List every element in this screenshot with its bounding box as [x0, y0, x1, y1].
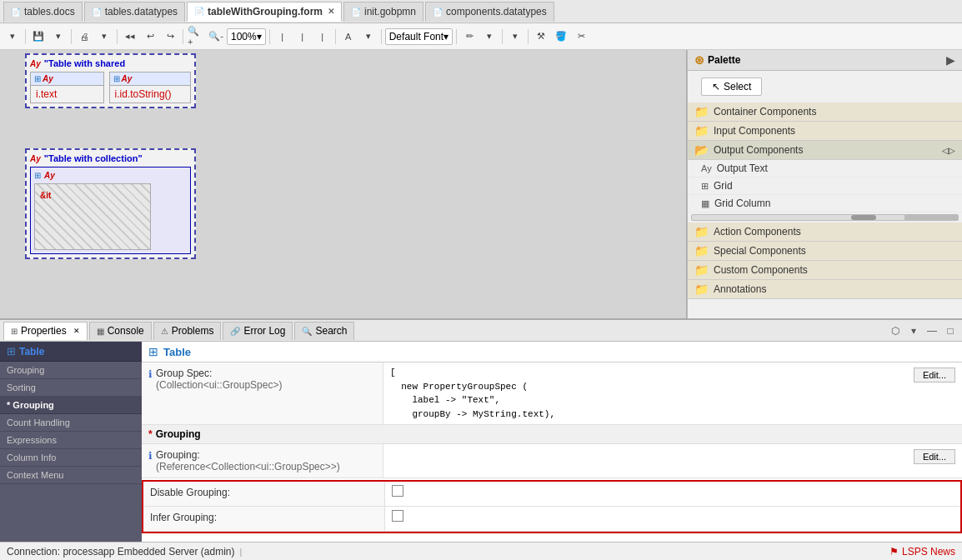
- sidebar-item-column-info[interactable]: Column Info: [0, 449, 142, 467]
- toolbar-sep-4: [183, 29, 183, 44]
- output-collapse-icon: ◁▷: [942, 146, 955, 155]
- toolbar-zoom-level[interactable]: 100% ▾: [227, 28, 266, 45]
- canvas-area[interactable]: Ay "Table with shared ⊞ Ay i.text: [0, 50, 687, 318]
- toolbar-style-btn[interactable]: ✏: [460, 28, 478, 46]
- table-title-bar: ⊞ Table: [142, 342, 962, 362]
- toolbar-line-btn[interactable]: |: [273, 28, 292, 46]
- widget2-title: "Table with collection": [44, 153, 143, 163]
- palette-item-output-text[interactable]: Ay Output Text: [688, 160, 962, 178]
- grouping-edit-btn[interactable]: Edit...: [914, 449, 955, 464]
- toolbar-nav-prev[interactable]: ◂◂: [121, 28, 139, 46]
- tab-icon-init-gobpmn: 📄: [351, 8, 361, 17]
- toolbar-zoom-out-btn[interactable]: 🔍-: [207, 28, 225, 46]
- disable-grouping-label: Disable Grouping:: [150, 487, 230, 498]
- widget1-col1-label: i.text: [31, 86, 103, 102]
- tab-search[interactable]: 🔍 Search: [294, 322, 354, 340]
- tab-error-log[interactable]: 🔗 Error Log: [223, 322, 293, 340]
- error-log-tab-icon: 🔗: [230, 327, 240, 336]
- widget-table-shared[interactable]: Ay "Table with shared ⊞ Ay i.text: [25, 53, 196, 108]
- disable-grouping-checkbox[interactable]: [392, 485, 403, 497]
- toolbar-save-btn[interactable]: 💾: [29, 28, 48, 46]
- output-text-icon: Ay: [701, 163, 712, 173]
- main-area: Ay "Table with shared ⊞ Ay i.text: [0, 50, 962, 318]
- palette-section-annotations-label: Annotations: [714, 283, 766, 295]
- props-action-min[interactable]: ▾: [905, 322, 922, 339]
- problems-tab-icon: ⚠: [161, 327, 168, 336]
- toolbar: ▾ 💾 ▾ 🖨 ▾ ◂◂ ↩ ↪ 🔍+ 🔍- 100% ▾ | | | A ▾ …: [0, 23, 962, 50]
- properties-tab-label: Properties: [21, 325, 67, 337]
- palette-item-grid[interactable]: ⊞ Grid: [688, 178, 962, 195]
- palette-section-custom[interactable]: 📁 Custom Components: [688, 261, 962, 280]
- palette-section-input[interactable]: 📁 Input Components: [688, 122, 962, 141]
- zoom-dropdown-icon: ▾: [257, 31, 262, 42]
- palette-item-grid-column[interactable]: ▦ Grid Column: [688, 195, 962, 212]
- palette-section-container[interactable]: 📁 Container Components: [688, 102, 962, 122]
- props-action-minimize[interactable]: —: [924, 322, 940, 339]
- palette-panel: ⊛ Palette ▶ ↖ Select 📁 Container Compone…: [687, 50, 962, 318]
- toolbar-print-dropdown[interactable]: ▾: [95, 28, 113, 46]
- sidebar-item-grouping-1[interactable]: Grouping: [0, 362, 142, 379]
- widget2-inner-label: &it: [40, 191, 51, 200]
- status-bar: Connection: processapp Embedded Server (…: [0, 542, 962, 560]
- toolbar-print-btn[interactable]: 🖨: [75, 28, 93, 46]
- zoom-level-text: 100%: [231, 31, 257, 42]
- props-action-external[interactable]: ⬡: [887, 322, 904, 339]
- palette-select-label: Select: [724, 81, 751, 92]
- palette-scrollbar-track[interactable]: [691, 214, 959, 221]
- group-spec-label-col: ℹ Group Spec: (Collection<ui::GroupSpec>…: [142, 362, 383, 424]
- toolbar-style-dropdown[interactable]: ▾: [480, 28, 499, 46]
- palette-section-special[interactable]: 📁 Special Components: [688, 242, 962, 261]
- palette-scrollbar-thumb[interactable]: [851, 215, 876, 220]
- palette-section-action[interactable]: 📁 Action Components: [688, 222, 962, 242]
- sidebar-item-sorting[interactable]: Sorting: [0, 379, 142, 397]
- toolbar-font-up-btn[interactable]: A: [339, 28, 358, 46]
- toolbar-zoom-in-btn[interactable]: 🔍+: [187, 28, 205, 46]
- group-spec-edit-btn[interactable]: Edit...: [914, 368, 955, 382]
- tab-tableWithGrouping-form[interactable]: 📄 tableWithGrouping.form ✕: [187, 2, 342, 22]
- widget-table-collection[interactable]: Ay "Table with collection" ⊞ Ay &it: [25, 148, 196, 259]
- palette-section-output[interactable]: 📂 Output Components ◁▷: [688, 141, 962, 160]
- palette-expand-icon[interactable]: ▶: [946, 53, 955, 67]
- palette-select-btn[interactable]: ↖ Select: [701, 78, 762, 96]
- tab-components-datatypes[interactable]: 📄 components.datatypes: [425, 2, 554, 22]
- props-row-infer-grouping: Infer Grouping:: [143, 507, 960, 532]
- props-sidebar-table-title: ⊞ Table: [7, 345, 135, 358]
- sidebar-item-context-menu[interactable]: Context Menu: [0, 467, 142, 484]
- toolbar-undo-btn[interactable]: ↩: [141, 28, 159, 46]
- folder-icon-container: 📁: [694, 105, 709, 118]
- toolbar-redo-btn[interactable]: ↪: [161, 28, 179, 46]
- tab-init-gobpmn[interactable]: 📄 init.gobpmn: [343, 2, 423, 22]
- toolbar-tool1-btn[interactable]: ⚒: [532, 28, 550, 46]
- toolbar-pipe-btn[interactable]: |: [293, 28, 312, 46]
- toolbar-font-selector[interactable]: Default Font ▾: [385, 28, 453, 45]
- palette-title-icon: ⊛: [694, 53, 704, 67]
- tab-problems[interactable]: ⚠ Problems: [153, 322, 222, 340]
- toolbar-save-dropdown[interactable]: ▾: [49, 28, 68, 46]
- toolbar-tool2-btn[interactable]: 🪣: [552, 28, 570, 46]
- widget1-ay-label: Ay: [30, 59, 41, 68]
- sidebar-item-expressions[interactable]: Expressions: [0, 432, 142, 449]
- toolbar-pipe2-btn[interactable]: |: [313, 28, 332, 46]
- toolbar-color-btn[interactable]: ▾: [506, 28, 524, 46]
- tab-properties[interactable]: ⊞ Properties ✕: [3, 322, 88, 340]
- props-action-maximize[interactable]: □: [942, 322, 959, 339]
- toolbar-font-down-btn[interactable]: ▾: [359, 28, 378, 46]
- toolbar-tool3-btn[interactable]: ✂: [572, 28, 590, 46]
- properties-section: ⊞ Properties ✕ ▦ Console ⚠ Problems 🔗 Er…: [0, 318, 962, 542]
- tab-console[interactable]: ▦ Console: [89, 322, 152, 340]
- sidebar-item-grouping-2[interactable]: * Grouping: [0, 397, 142, 414]
- palette-title-text: Palette: [708, 54, 740, 66]
- properties-close-icon[interactable]: ✕: [73, 327, 80, 335]
- tab-close-tableWithGrouping-form[interactable]: ✕: [328, 7, 334, 16]
- tab-tables-datatypes[interactable]: 📄 tables.datatypes: [84, 2, 185, 22]
- toolbar-menu-btn[interactable]: ▾: [3, 28, 22, 46]
- font-dropdown-icon: ▾: [443, 31, 448, 42]
- tab-tables-docs[interactable]: 📄 tables.docs: [3, 2, 83, 22]
- tab-icon-components-datatypes: 📄: [433, 8, 443, 17]
- props-sidebar: ⊞ Table Grouping Sorting * Grouping Coun…: [0, 342, 142, 542]
- folder-icon-input: 📁: [694, 124, 709, 138]
- palette-section-annotations[interactable]: 📁 Annotations: [688, 280, 962, 299]
- sidebar-item-count-handling[interactable]: Count Handling: [0, 414, 142, 432]
- folder-icon-action: 📁: [694, 225, 709, 238]
- infer-grouping-checkbox[interactable]: [392, 510, 403, 522]
